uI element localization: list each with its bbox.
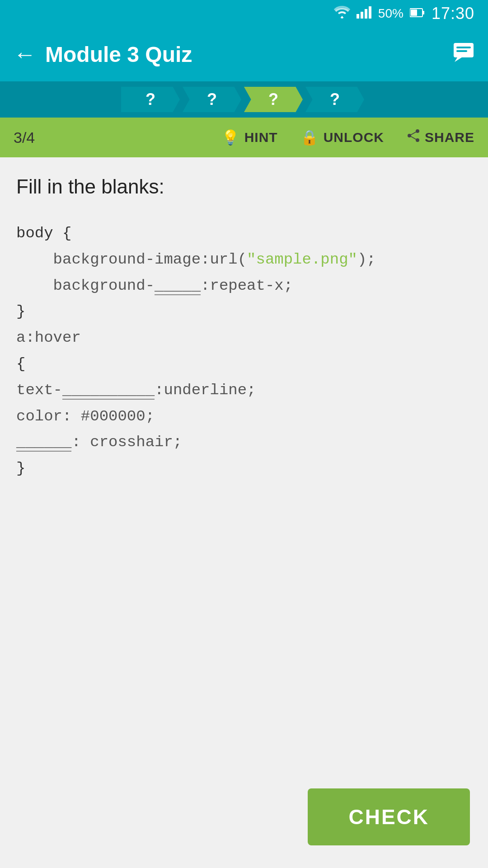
code-ahover-open: {	[16, 355, 25, 373]
share-label: SHARE	[425, 130, 474, 145]
code-line-6: {	[16, 351, 472, 377]
chat-icon[interactable]	[453, 42, 474, 66]
code-line-8: color: #000000;	[16, 404, 472, 430]
svg-rect-6	[411, 9, 417, 16]
code-ahover-close: }	[16, 460, 25, 477]
progress-steps: ? ? ? ?	[0, 81, 488, 118]
code-bg-image-pre: background-image:url(	[16, 251, 247, 268]
status-time: 17:30	[432, 4, 474, 23]
share-icon	[407, 129, 420, 146]
code-block: body { background-image:url("sample.png"…	[16, 221, 472, 482]
step-1[interactable]: ?	[121, 87, 180, 112]
code-ahover: a:hover	[16, 329, 81, 346]
status-icons: 50% 17:30	[334, 4, 474, 23]
code-bg-image-string: "sample.png"	[247, 251, 357, 268]
code-blank-2: __________	[62, 382, 155, 400]
svg-rect-9	[456, 47, 471, 48]
unlock-button[interactable]: 🔒 UNLOCK	[300, 129, 384, 146]
code-body-close: }	[16, 303, 25, 320]
hint-label: HINT	[244, 130, 278, 145]
code-blank-3: ______	[16, 434, 71, 452]
code-line-4: }	[16, 299, 472, 325]
code-line-3: background-_____:repeat-x;	[16, 273, 472, 299]
svg-rect-5	[422, 11, 424, 14]
svg-rect-3	[369, 6, 371, 19]
question-prompt: Fill in the blanks:	[16, 175, 472, 198]
header: ← Module 3 Quiz	[0, 27, 488, 81]
svg-rect-10	[456, 50, 467, 52]
page-title: Module 3 Quiz	[45, 42, 453, 67]
code-color: color: #000000;	[16, 408, 155, 425]
toolbar: 3/4 💡 HINT 🔒 UNLOCK SHARE	[0, 118, 488, 157]
battery-percent: 50%	[378, 6, 404, 21]
code-bg-repeat-pre: background-	[16, 277, 155, 294]
toolbar-actions: 💡 HINT 🔒 UNLOCK SHARE	[59, 129, 474, 146]
code-line-10: }	[16, 456, 472, 482]
svg-rect-1	[361, 12, 363, 19]
share-button[interactable]: SHARE	[407, 129, 474, 146]
status-bar: 50% 17:30	[0, 0, 488, 27]
hint-icon: 💡	[221, 129, 240, 146]
code-line-2: background-image:url("sample.png");	[16, 247, 472, 273]
step-3[interactable]: ?	[244, 87, 303, 112]
question-progress: 3/4	[14, 129, 59, 146]
code-text-pre: text-	[16, 382, 62, 399]
svg-rect-0	[357, 14, 359, 19]
unlock-label: UNLOCK	[324, 130, 384, 145]
svg-line-14	[409, 131, 418, 136]
unlock-icon: 🔒	[300, 129, 319, 146]
signal-icon	[357, 6, 372, 22]
check-button-container: CHECK	[308, 788, 470, 845]
battery-icon	[410, 6, 425, 21]
step-4[interactable]: ?	[305, 87, 364, 112]
svg-line-15	[409, 136, 418, 140]
code-line-5: a:hover	[16, 325, 472, 351]
wifi-icon	[334, 6, 350, 22]
code-line-9: ______: crosshair;	[16, 429, 472, 456]
main-content: Fill in the blanks: body { background-im…	[0, 157, 488, 868]
code-text-post: :underline;	[155, 382, 256, 399]
back-button[interactable]: ←	[14, 41, 36, 67]
code-line-7: text-__________:underline;	[16, 377, 472, 404]
code-body-open: body {	[16, 225, 71, 242]
code-bg-repeat-post: :repeat-x;	[201, 277, 293, 294]
check-button[interactable]: CHECK	[308, 788, 470, 845]
code-bg-image-post: );	[357, 251, 376, 268]
code-line-1: body {	[16, 221, 472, 247]
svg-rect-2	[365, 9, 367, 19]
svg-marker-8	[455, 57, 462, 62]
hint-button[interactable]: 💡 HINT	[221, 129, 278, 146]
code-cursor-post: : crosshair;	[71, 434, 182, 451]
code-blank-1: _____	[155, 277, 201, 295]
step-2[interactable]: ?	[183, 87, 241, 112]
